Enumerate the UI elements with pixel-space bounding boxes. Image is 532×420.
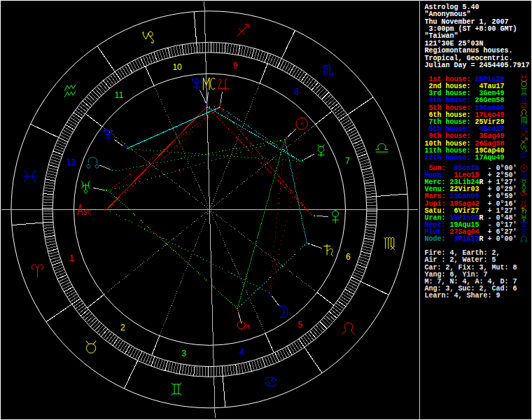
svg-text:7: 7 [345,156,350,166]
svg-text:6: 6 [346,252,351,262]
svg-text:5: 5 [298,320,303,330]
svg-text:2: 2 [120,323,125,332]
svg-text:3: 3 [182,349,187,358]
svg-text:12: 12 [66,158,76,167]
svg-text:11: 11 [115,90,124,100]
svg-text:1: 1 [69,253,74,263]
svg-text:4: 4 [240,347,245,357]
svg-text:9: 9 [233,61,238,71]
svg-text:10: 10 [172,62,182,72]
svg-text:8: 8 [294,87,299,97]
